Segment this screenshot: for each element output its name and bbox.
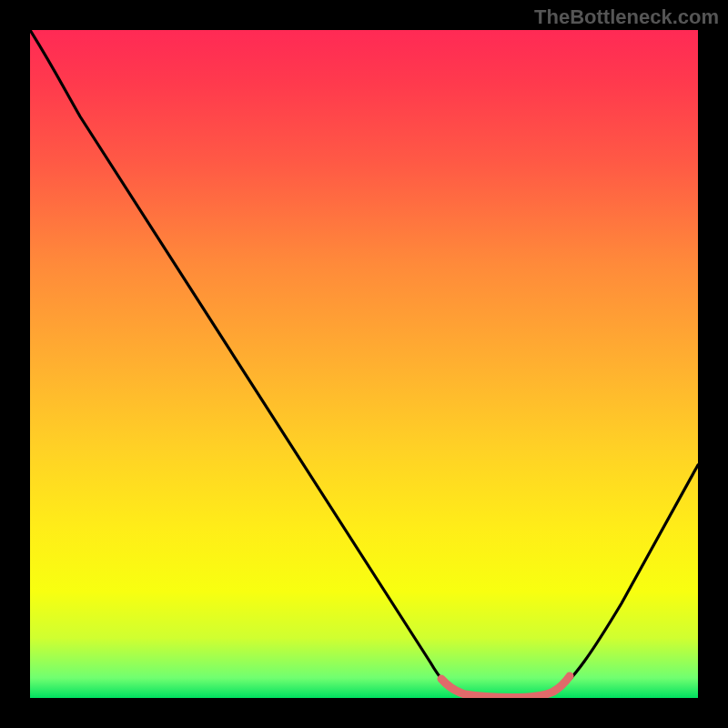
plot-area: [30, 30, 698, 698]
bottleneck-curve-path: [30, 30, 698, 697]
bottleneck-curve-svg: [30, 30, 698, 698]
trough-marker-path: [441, 676, 570, 698]
watermark-text: TheBottleneck.com: [534, 5, 719, 29]
chart-container: TheBottleneck.com: [0, 0, 728, 728]
